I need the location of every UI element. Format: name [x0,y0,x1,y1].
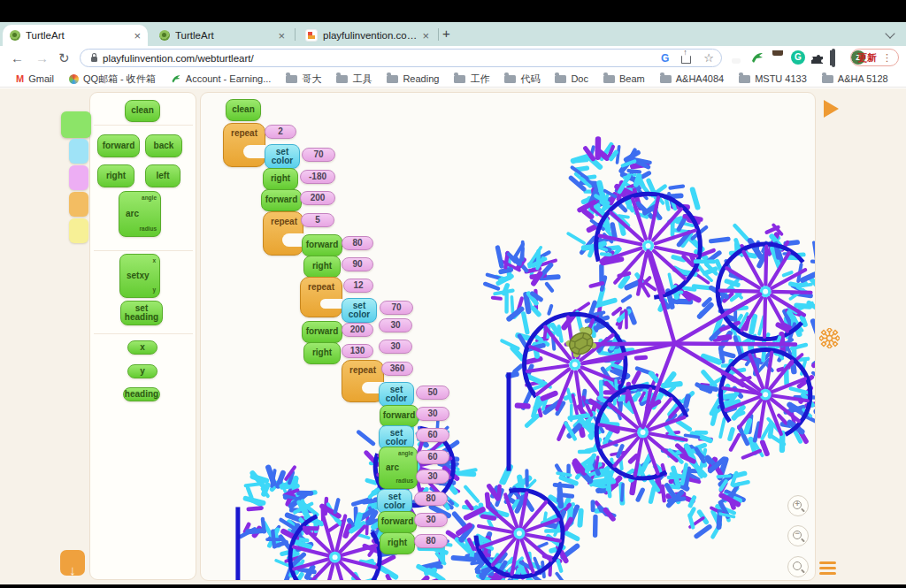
hamburger-menu-button[interactable] [819,561,836,577]
tab-turtleart-1[interactable]: TurtleArt × [3,25,148,46]
block-repeat[interactable]: repeat [300,277,342,317]
number-block[interactable]: 80 [414,492,448,506]
chevron-down-icon[interactable] [885,28,894,38]
number-block[interactable]: 70 [380,301,413,315]
bookmark-bird[interactable]: Account - Earning... [171,73,272,84]
update-button[interactable]: 更新 ⋮ [850,49,899,66]
number-block[interactable]: 30 [414,513,448,527]
reporter-block-heading[interactable]: heading [123,387,160,401]
number-block[interactable]: 130 [342,344,373,358]
number-block[interactable]: 80 [414,534,448,548]
block-right[interactable]: right [303,342,341,364]
palette-tab-flow-orange[interactable] [69,192,88,217]
block-forward[interactable]: forward [302,234,342,256]
number-block[interactable]: 60 [416,428,449,442]
bookmark-folder[interactable]: A&HA4084 [660,73,724,84]
block-set-color[interactable]: set color [379,382,414,407]
bookmark-folder[interactable]: MSTU 4133 [739,73,807,84]
number-block[interactable]: 30 [416,470,449,484]
download-save-button[interactable]: ↓ [60,550,85,576]
run-button[interactable] [824,100,839,118]
block-right[interactable]: right [303,256,341,278]
palette-tab-motion-green[interactable] [61,111,91,138]
block-clean[interactable]: clean [226,99,261,121]
url-text[interactable]: playfulinvention.com/webturtleart/ [103,53,649,64]
number-block[interactable]: -180 [300,170,335,184]
block-forward[interactable]: forward [97,134,140,157]
block-repeat[interactable]: repeat [263,211,303,256]
bookmark-star-icon[interactable]: ☆ [703,51,714,65]
block-forward[interactable]: forward [302,321,342,343]
number-block[interactable]: 200 [300,191,335,205]
menu-dots-icon[interactable]: ⋮ [882,52,892,64]
block-right[interactable]: right [97,164,134,187]
tab-playfulinvention[interactable]: playfulinvention.com/webturtle × [298,25,436,46]
bookmark-folder[interactable]: A&HA 5128 [822,73,888,84]
bookmark-folder[interactable]: Doc [555,73,588,84]
number-block[interactable]: 30 [416,407,449,421]
number-block[interactable]: 60 [416,450,449,464]
bookmark-folder[interactable]: 哥大 [286,73,321,86]
block-forward[interactable]: forward [261,189,302,211]
block-clean[interactable]: clean [125,100,160,122]
bookmark-folder[interactable]: Beam [603,73,645,84]
palette-tab-yellow[interactable] [69,218,88,243]
reporter-block-x[interactable]: x [127,340,157,355]
magnifier-minus-icon: − [793,531,802,539]
bookmark-gmail[interactable]: MGmail [16,73,54,84]
palette-tab-violet[interactable] [69,165,88,190]
number-block[interactable]: 360 [381,362,413,376]
number-block[interactable]: 50 [416,386,449,400]
number-block[interactable]: 80 [342,236,373,250]
number-block[interactable]: 30 [379,318,412,332]
number-block[interactable]: 30 [379,340,412,354]
block-back[interactable]: back [145,134,182,157]
block-set-heading[interactable]: set heading [120,301,163,325]
block-arc[interactable]: arcangleradius [119,191,161,237]
block-arc[interactable]: arcangleradius [379,447,418,489]
share-icon[interactable] [681,56,691,64]
reload-button[interactable]: ↻ [58,50,70,66]
side-panel-icon[interactable] [832,49,835,67]
block-repeat[interactable]: repeat [342,360,384,402]
bookmark-folder[interactable]: 代码 [504,73,540,86]
extension-bird-icon[interactable] [750,50,764,65]
number-block[interactable]: 12 [343,279,373,293]
extensions-puzzle-icon[interactable] [811,50,825,65]
zoom-in-button[interactable]: + [787,495,809,516]
tab-close-icon[interactable]: × [278,30,285,42]
forward-button[interactable]: → [35,50,49,65]
address-bar[interactable]: playfulinvention.com/webturtleart/ G ☆ [80,49,722,67]
tab-close-icon[interactable]: × [422,30,429,42]
new-tab-button[interactable]: + [442,26,450,41]
number-block[interactable]: 70 [302,148,335,162]
block-forward[interactable]: forward [378,511,417,533]
google-icon[interactable]: G [661,52,669,65]
extension-grammarly-icon[interactable]: G [791,50,805,65]
block-repeat[interactable]: repeat [223,123,265,167]
number-block[interactable]: 5 [301,213,334,227]
block-set-color[interactable]: set color [265,144,300,169]
number-block[interactable]: 2 [265,125,296,139]
block-left[interactable]: left [145,164,180,187]
block-right[interactable]: right [263,168,298,190]
bookmark-qq[interactable]: QQ邮箱 - 收件箱 [69,73,156,86]
reporter-block-y[interactable]: y [127,364,157,378]
number-block[interactable]: 90 [342,257,373,271]
number-block[interactable]: 200 [342,323,373,337]
tab-close-icon[interactable]: × [134,30,141,42]
tab-turtleart-2[interactable]: TurtleArt × [152,25,292,46]
ornament-settings-icon[interactable] [819,328,840,348]
back-button[interactable]: ← [11,50,24,65]
bookmark-folder[interactable]: 工作 [454,73,489,86]
block-right[interactable]: right [380,532,415,554]
bookmark-folder[interactable]: 工具 [336,73,372,86]
zoom-reset-button[interactable] [787,556,809,577]
zoom-out-button[interactable]: − [787,525,809,546]
block-set-color[interactable]: set color [377,489,412,514]
block-setxy[interactable]: setxyxy [119,254,160,298]
block-forward[interactable]: forward [380,405,418,427]
bookmark-folder[interactable]: Reading [387,73,439,84]
block-set-color[interactable]: set color [342,298,377,323]
palette-tab-pen-cyan[interactable] [69,139,88,164]
